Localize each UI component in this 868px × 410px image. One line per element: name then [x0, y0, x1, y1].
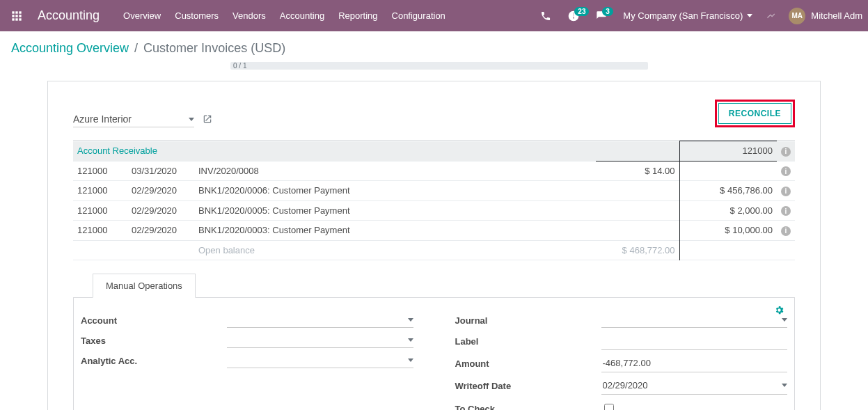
table-row[interactable]: 121000 03/31/2020 INV/2020/0008 $ 14.00 … [73, 161, 795, 181]
table-row[interactable]: 121000 02/29/2020 BNK1/2020/0003: Custom… [73, 221, 795, 241]
table-header-row: Account Receivable 121000 i [73, 141, 795, 161]
svg-rect-8 [19, 18, 21, 20]
amount-field[interactable] [601, 355, 788, 372]
chevron-down-icon [782, 318, 787, 322]
svg-rect-6 [12, 18, 14, 20]
sheet: Azure Interior Reconcile Account Receiva… [47, 81, 821, 410]
account-field[interactable] [227, 313, 413, 328]
svg-rect-1 [15, 11, 17, 13]
taxes-field[interactable] [227, 333, 413, 348]
svg-rect-4 [15, 15, 17, 17]
label-writeoff-date: Writeoff Date [455, 381, 601, 391]
tab-manual-operations[interactable]: Manual Operations [93, 274, 196, 298]
nav-customers[interactable]: Customers [168, 0, 226, 31]
phone-icon[interactable] [534, 4, 558, 28]
activity-badge: 23 [574, 7, 589, 16]
label-to-check: To Check [455, 404, 601, 410]
svg-rect-3 [12, 15, 14, 17]
label-taxes: Taxes [81, 336, 227, 346]
nav-configuration[interactable]: Configuration [385, 0, 452, 31]
reconcile-highlight: Reconcile [715, 100, 795, 127]
chevron-down-icon [408, 318, 413, 322]
nav-accounting[interactable]: Accounting [273, 0, 331, 31]
chevron-down-icon [782, 384, 787, 387]
open-balance-row: Open balance $ 468,772.00 [73, 240, 795, 260]
svg-rect-5 [19, 15, 21, 17]
label-label: Label [455, 336, 601, 347]
reconcile-button[interactable]: Reconcile [718, 103, 791, 124]
label-amount: Amount [455, 358, 601, 369]
partner-select[interactable]: Azure Interior [73, 112, 194, 127]
info-icon[interactable]: i [781, 226, 791, 236]
breadcrumb-current: Customer Invoices (USD) [143, 41, 285, 56]
svg-rect-7 [15, 18, 17, 20]
journal-field[interactable] [601, 313, 788, 328]
nav-overview[interactable]: Overview [116, 0, 168, 31]
analytic-field[interactable] [227, 353, 413, 368]
manual-operations-panel: Account Taxes Analytic Acc. Journal [73, 298, 795, 410]
tabs: Manual Operations [73, 273, 795, 298]
info-icon[interactable]: i [781, 147, 791, 157]
top-nav: Overview Customers Vendors Accounting Re… [116, 0, 452, 31]
to-check-field[interactable] [601, 400, 788, 410]
table-row[interactable]: 121000 02/29/2020 BNK1/2020/0006: Custom… [73, 181, 795, 201]
app-title[interactable]: Accounting [38, 8, 100, 23]
label-field[interactable] [601, 333, 788, 350]
info-icon[interactable]: i [781, 206, 791, 216]
gear-icon[interactable] [774, 305, 784, 317]
breadcrumb-parent[interactable]: Accounting Overview [11, 41, 129, 56]
discuss-badge: 3 [602, 7, 613, 16]
info-icon[interactable]: i [781, 187, 791, 196]
label-journal: Journal [455, 315, 601, 326]
reconciliation-table: Account Receivable 121000 i 121000 03/31… [73, 141, 795, 260]
account-code: 121000 [679, 141, 777, 161]
account-link[interactable]: Account Receivable [73, 141, 596, 161]
label-account: Account [81, 315, 227, 326]
user-name: Mitchell Adm [811, 10, 862, 21]
apps-menu-icon[interactable] [6, 5, 28, 27]
partner-name: Azure Interior [73, 113, 132, 125]
chevron-down-icon [408, 358, 413, 362]
chevron-down-icon [189, 118, 194, 121]
svg-rect-2 [19, 11, 21, 13]
chevron-down-icon [408, 338, 413, 342]
breadcrumb: Accounting Overview / Customer Invoices … [0, 31, 868, 57]
info-icon[interactable]: i [781, 166, 791, 176]
external-link-icon[interactable] [203, 114, 212, 126]
table-row[interactable]: 121000 02/29/2020 BNK1/2020/0005: Custom… [73, 200, 795, 221]
breadcrumb-separator: / [134, 41, 138, 56]
chevron-down-icon [747, 14, 752, 17]
label-analytic: Analytic Acc. [81, 356, 227, 366]
svg-rect-0 [12, 11, 14, 13]
nav-vendors[interactable]: Vendors [226, 0, 273, 31]
activity-icon[interactable]: 23 [562, 4, 585, 28]
pager[interactable]: 0 / 1 [230, 62, 648, 70]
debug-icon[interactable] [762, 10, 780, 22]
topbar: Accounting Overview Customers Vendors Ac… [0, 0, 868, 31]
discuss-icon[interactable]: 3 [590, 4, 613, 28]
user-menu[interactable]: MA Mitchell Adm [784, 8, 862, 24]
avatar: MA [789, 8, 805, 24]
company-name: My Company (San Francisco) [623, 10, 743, 21]
company-selector[interactable]: My Company (San Francisco) [617, 10, 758, 21]
writeoff-date-field[interactable] [601, 377, 788, 395]
nav-reporting[interactable]: Reporting [331, 0, 384, 31]
